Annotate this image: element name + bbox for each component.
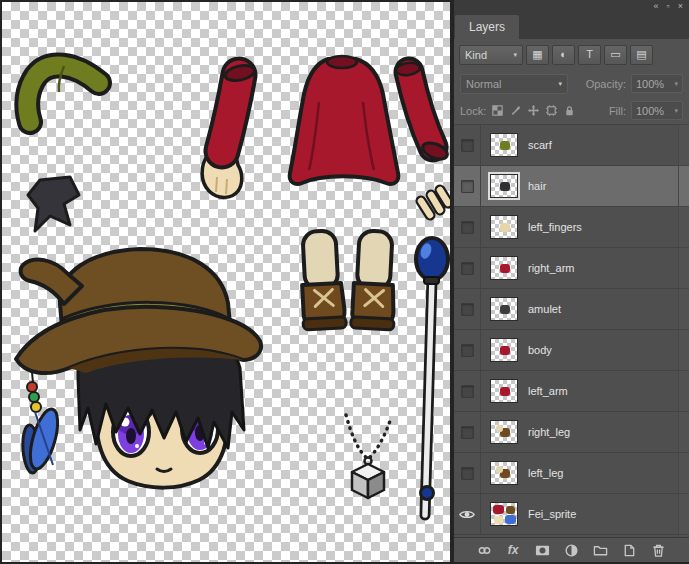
- fill-value: 100%: [636, 105, 664, 117]
- layer-row[interactable]: hair: [454, 166, 689, 207]
- layer-visibility-toggle[interactable]: [454, 494, 481, 534]
- visibility-checkbox: [461, 426, 474, 439]
- chevron-down-icon: ▾: [674, 107, 678, 115]
- layers-scrollbar[interactable]: [678, 124, 689, 537]
- add-layer-mask-icon[interactable]: [534, 542, 550, 558]
- new-layer-icon[interactable]: [622, 542, 638, 558]
- sprite-artwork: [2, 2, 450, 562]
- layer-name: left_leg: [528, 467, 563, 479]
- feather-charm: [21, 372, 63, 473]
- layer-thumbnail[interactable]: [490, 502, 518, 526]
- hat-tip: [21, 259, 82, 304]
- lock-image-pixels-icon[interactable]: [509, 104, 522, 117]
- link-layers-icon[interactable]: [476, 542, 492, 558]
- tab-layers[interactable]: Layers: [455, 15, 519, 39]
- layer-row[interactable]: left_leg: [454, 453, 689, 494]
- fill-input[interactable]: 100% ▾: [631, 101, 683, 120]
- lock-position-icon[interactable]: [527, 104, 540, 117]
- pixel-layers-filter-icon[interactable]: ▦: [526, 45, 549, 65]
- layer-thumbnail[interactable]: [490, 379, 518, 403]
- lock-transparent-pixels-icon[interactable]: [491, 104, 504, 117]
- blend-mode-value: Normal: [466, 78, 501, 90]
- adjustment-layers-filter-icon[interactable]: ◐: [552, 45, 575, 65]
- layer-visibility-toggle[interactable]: [454, 248, 481, 288]
- layer-name: right_arm: [528, 262, 574, 274]
- left-leg-art: [298, 230, 346, 330]
- staff-art: [416, 238, 448, 515]
- kind-filter-dropdown[interactable]: Kind ▾: [459, 45, 523, 65]
- opacity-input[interactable]: 100% ▾: [631, 74, 683, 93]
- layer-row[interactable]: Fei_sprite: [454, 494, 689, 535]
- layer-visibility-toggle[interactable]: [454, 371, 481, 411]
- layer-name: amulet: [528, 303, 561, 315]
- visibility-checkbox: [461, 180, 474, 193]
- layer-visibility-toggle[interactable]: [454, 125, 481, 165]
- lock-label: Lock:: [460, 105, 486, 117]
- layer-visibility-toggle[interactable]: [454, 453, 481, 493]
- layer-name: right_leg: [528, 426, 570, 438]
- new-adjustment-layer-icon[interactable]: [563, 542, 579, 558]
- layer-visibility-toggle[interactable]: [454, 289, 481, 329]
- lock-row: Lock: Fill: 100%: [454, 97, 689, 124]
- visibility-checkbox: [461, 262, 474, 275]
- hair-tuft-art: [28, 177, 79, 231]
- layer-thumbnail[interactable]: [490, 215, 518, 239]
- new-group-icon[interactable]: [593, 542, 609, 558]
- panel-title-strip: « ▫ ×: [454, 0, 689, 12]
- layer-visibility-toggle[interactable]: [454, 166, 481, 206]
- layer-row[interactable]: right_arm: [454, 248, 689, 289]
- amulet-art: [346, 415, 391, 498]
- layer-row[interactable]: amulet: [454, 289, 689, 330]
- scarf-art: [27, 65, 99, 122]
- layer-row[interactable]: left_arm: [454, 371, 689, 412]
- document-canvas[interactable]: [2, 2, 450, 562]
- collapse-panels-icon[interactable]: «: [654, 2, 659, 11]
- layer-thumbnail[interactable]: [490, 420, 518, 444]
- layer-row[interactable]: left_fingers: [454, 207, 689, 248]
- opacity-label: Opacity:: [586, 78, 626, 90]
- layer-row[interactable]: scarf: [454, 125, 689, 166]
- lock-artboard-icon[interactable]: [545, 104, 558, 117]
- blend-mode-row: Normal ▾ Opacity: 100% ▾: [454, 70, 689, 97]
- layers-panel-footer: fx: [454, 537, 689, 562]
- layer-visibility-toggle[interactable]: [454, 207, 481, 247]
- layer-thumbnail[interactable]: [490, 133, 518, 157]
- layer-visibility-toggle[interactable]: [454, 412, 481, 452]
- float-panel-icon[interactable]: ▫: [667, 2, 670, 11]
- right-arm-art: [395, 61, 449, 162]
- opacity-value: 100%: [636, 78, 664, 90]
- lock-all-icon[interactable]: [563, 104, 576, 117]
- layer-thumbnail[interactable]: [490, 461, 518, 485]
- visibility-checkbox: [461, 139, 474, 152]
- visibility-checkbox: [461, 221, 474, 234]
- type-layers-filter-icon[interactable]: T: [578, 45, 601, 65]
- layer-name: body: [528, 344, 552, 356]
- layer-style-icon[interactable]: fx: [505, 542, 521, 558]
- layer-name: Fei_sprite: [528, 508, 576, 520]
- layer-thumbnail[interactable]: [490, 174, 518, 198]
- shape-layers-filter-icon[interactable]: ▭: [604, 45, 627, 65]
- layer-filter-row: Kind ▾ ▦ ◐ T ▭ ▤: [454, 39, 689, 70]
- delete-layer-icon[interactable]: [651, 542, 667, 558]
- visibility-checkbox: [461, 467, 474, 480]
- visibility-checkbox: [461, 385, 474, 398]
- layer-name: left_fingers: [528, 221, 582, 233]
- blend-mode-dropdown[interactable]: Normal ▾: [460, 74, 568, 94]
- application-window: « ▫ × Layers Kind ▾ ▦ ◐ T ▭ ▤ Normal ▾ O…: [0, 0, 689, 564]
- fingers-art: [421, 190, 448, 215]
- left-arm-art: [202, 63, 256, 197]
- smart-objects-filter-icon[interactable]: ▤: [630, 45, 653, 65]
- layer-visibility-toggle[interactable]: [454, 330, 481, 370]
- close-icon[interactable]: ×: [678, 2, 683, 11]
- layer-name: left_arm: [528, 385, 568, 397]
- layer-name: hair: [528, 180, 546, 192]
- layer-thumbnail[interactable]: [490, 297, 518, 321]
- layer-row[interactable]: body: [454, 330, 689, 371]
- layer-thumbnail[interactable]: [490, 256, 518, 280]
- layer-row[interactable]: right_leg: [454, 412, 689, 453]
- layers-panel: « ▫ × Layers Kind ▾ ▦ ◐ T ▭ ▤ Normal ▾ O…: [450, 0, 689, 564]
- right-leg-art: [351, 230, 399, 330]
- fill-label: Fill:: [609, 105, 626, 117]
- visibility-checkbox: [461, 344, 474, 357]
- layer-thumbnail[interactable]: [490, 338, 518, 362]
